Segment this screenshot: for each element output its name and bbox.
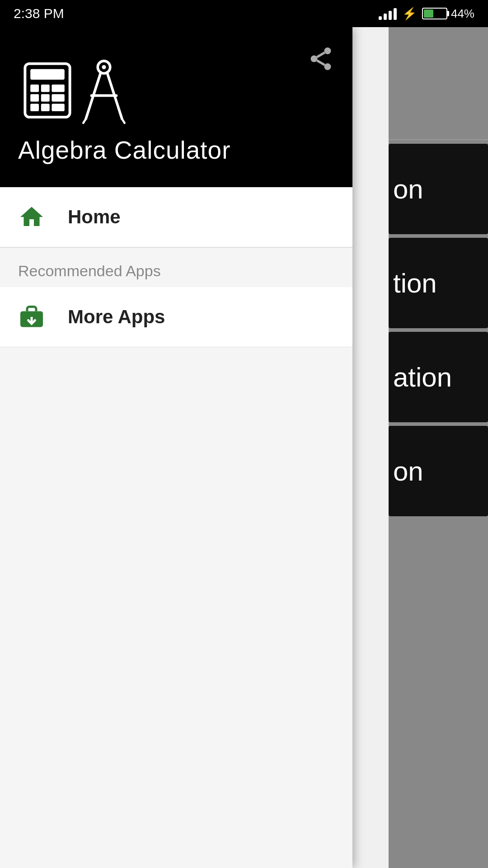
right-card-4: on xyxy=(389,426,488,516)
app-logo xyxy=(18,54,140,127)
svg-point-20 xyxy=(324,63,331,70)
svg-rect-2 xyxy=(30,85,39,92)
drawer-header-content: Algebra Calculator xyxy=(18,54,230,165)
svg-point-18 xyxy=(324,47,331,54)
drawer-header: Algebra Calculator xyxy=(0,27,352,187)
navigation-drawer: Algebra Calculator xyxy=(0,27,352,868)
main-content: on tion ation on xyxy=(0,27,488,868)
recommended-section-label: Recommended Apps xyxy=(18,262,161,279)
svg-rect-8 xyxy=(30,104,39,112)
status-time: 2:38 PM xyxy=(14,6,64,21)
right-card-text-1: on xyxy=(393,174,423,205)
more-apps-label: More Apps xyxy=(68,306,165,328)
right-card-text-4: on xyxy=(393,456,423,487)
nav-item-more-apps[interactable]: More Apps xyxy=(0,287,352,347)
right-card-text-3: ation xyxy=(393,362,452,393)
home-label: Home xyxy=(68,206,121,228)
status-bar: 2:38 PM ⚡ 44% xyxy=(0,0,488,27)
battery-percentage: 44% xyxy=(451,7,474,21)
share-button[interactable] xyxy=(307,45,334,74)
svg-rect-6 xyxy=(41,94,50,102)
nav-item-home[interactable]: Home xyxy=(0,187,352,247)
svg-rect-9 xyxy=(41,104,50,112)
right-card-1: on xyxy=(389,144,488,234)
battery-icon xyxy=(422,8,447,19)
battery-indicator: 44% xyxy=(422,7,474,21)
right-card-3: ation xyxy=(389,332,488,422)
right-panel-header xyxy=(389,27,488,140)
app-title: Algebra Calculator xyxy=(18,136,230,165)
svg-rect-7 xyxy=(52,94,64,102)
svg-rect-1 xyxy=(30,69,65,80)
svg-rect-5 xyxy=(30,94,39,102)
svg-line-22 xyxy=(317,52,324,57)
home-icon xyxy=(18,203,45,231)
svg-line-21 xyxy=(317,61,324,65)
compass-drawing-icon xyxy=(68,54,140,127)
charging-icon: ⚡ xyxy=(402,7,417,21)
svg-rect-4 xyxy=(52,85,64,92)
svg-rect-3 xyxy=(41,85,50,92)
svg-line-16 xyxy=(83,119,86,123)
right-card-text-2: tion xyxy=(393,268,437,299)
more-apps-icon xyxy=(18,303,45,330)
svg-line-17 xyxy=(122,119,125,123)
right-cards: on tion ation on xyxy=(389,140,488,520)
svg-point-12 xyxy=(102,65,106,69)
right-card-2: tion xyxy=(389,238,488,328)
status-icons: ⚡ 44% xyxy=(379,7,474,21)
signal-icon xyxy=(379,7,397,20)
drawer-nav: Home Recommended Apps xyxy=(0,187,352,868)
svg-point-19 xyxy=(311,56,318,62)
right-panel: on tion ation on xyxy=(389,27,488,868)
share-icon xyxy=(307,45,334,72)
svg-rect-10 xyxy=(52,104,64,112)
recommended-section-header: Recommended Apps xyxy=(0,248,352,287)
